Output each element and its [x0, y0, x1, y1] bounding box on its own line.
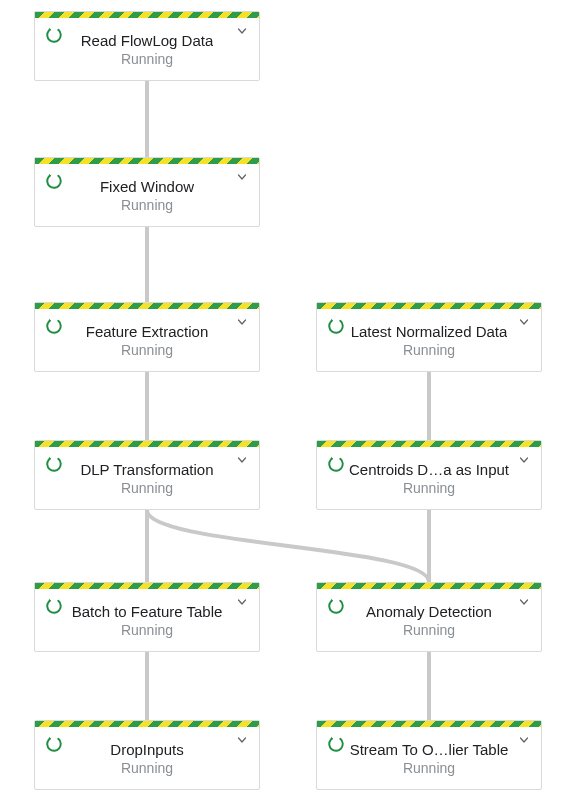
node-title: Latest Normalized Data	[351, 323, 508, 340]
connector	[147, 510, 429, 582]
node-title: Stream To O…lier Table	[350, 741, 509, 758]
node-status: Running	[121, 197, 173, 213]
node-content: Stream To O…lier Table Running	[317, 727, 541, 789]
node-title: Read FlowLog Data	[81, 32, 214, 49]
node-content: Feature Extraction Running	[35, 309, 259, 371]
node-title: Anomaly Detection	[366, 603, 492, 620]
node-content: Batch to Feature Table Running	[35, 589, 259, 651]
pipeline-node-latest-norm[interactable]: Latest Normalized Data Running	[316, 302, 542, 372]
node-status: Running	[121, 760, 173, 776]
node-title: Centroids D…a as Input	[349, 461, 509, 478]
pipeline-node-batch-feature[interactable]: Batch to Feature Table Running	[34, 582, 260, 652]
pipeline-node-centroids[interactable]: Centroids D…a as Input Running	[316, 440, 542, 510]
node-status: Running	[403, 622, 455, 638]
node-content: Latest Normalized Data Running	[317, 309, 541, 371]
pipeline-node-feature-extract[interactable]: Feature Extraction Running	[34, 302, 260, 372]
pipeline-node-stream-outlier[interactable]: Stream To O…lier Table Running	[316, 720, 542, 790]
node-status: Running	[403, 480, 455, 496]
pipeline-node-dropinputs[interactable]: DropInputs Running	[34, 720, 260, 790]
node-status: Running	[403, 760, 455, 776]
connector-layer	[0, 0, 578, 800]
node-status: Running	[121, 622, 173, 638]
node-status: Running	[121, 51, 173, 67]
node-content: Fixed Window Running	[35, 164, 259, 226]
node-content: Anomaly Detection Running	[317, 589, 541, 651]
node-status: Running	[403, 342, 455, 358]
pipeline-node-fixed-window[interactable]: Fixed Window Running	[34, 157, 260, 227]
node-title: Batch to Feature Table	[72, 603, 223, 620]
node-content: Read FlowLog Data Running	[35, 18, 259, 80]
node-title: DropInputs	[110, 741, 183, 758]
node-status: Running	[121, 480, 173, 496]
pipeline-node-anomaly[interactable]: Anomaly Detection Running	[316, 582, 542, 652]
node-title: Feature Extraction	[86, 323, 209, 340]
node-content: DropInputs Running	[35, 727, 259, 789]
node-content: DLP Transformation Running	[35, 447, 259, 509]
pipeline-node-read-flowlog[interactable]: Read FlowLog Data Running	[34, 11, 260, 81]
node-status: Running	[121, 342, 173, 358]
node-content: Centroids D…a as Input Running	[317, 447, 541, 509]
node-title: Fixed Window	[100, 178, 194, 195]
node-title: DLP Transformation	[80, 461, 213, 478]
pipeline-node-dlp-transform[interactable]: DLP Transformation Running	[34, 440, 260, 510]
